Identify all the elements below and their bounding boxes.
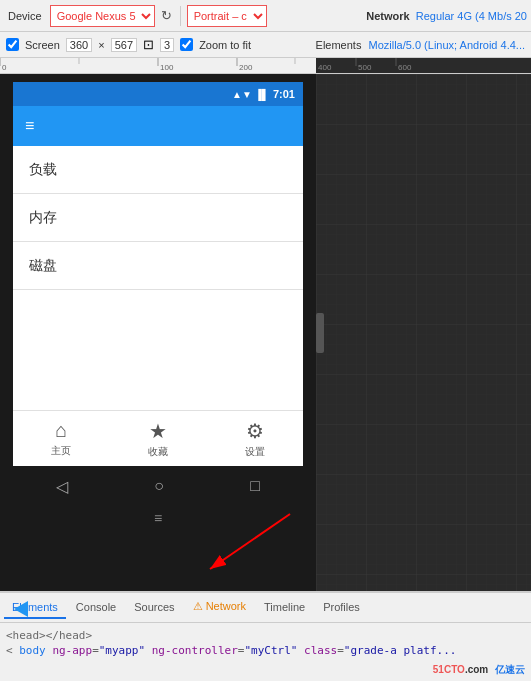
logo-text: 51CTO (433, 664, 465, 675)
svg-text:100: 100 (160, 63, 174, 72)
ng-app-attr: ng-app="myapp" (52, 644, 145, 657)
screen-height: 567 (111, 38, 137, 52)
tab-console[interactable]: Console (68, 597, 124, 619)
settings-label: 设置 (245, 445, 265, 459)
screen-num: 3 (160, 38, 174, 52)
app-toolbar: ≡ (13, 106, 303, 146)
nav-item-favorites[interactable]: ★ 收藏 (110, 419, 207, 459)
indicator-arrow-svg (14, 599, 34, 619)
ua-value: Mozilla/5.0 (Linux; Android 4.4... (368, 39, 525, 51)
head-tag: <head></head> (6, 629, 92, 642)
svg-text:0: 0 (2, 63, 7, 72)
body-tag-name: body (19, 644, 46, 657)
indicator-box (14, 599, 34, 619)
main-area: ▲▼ ▐▌ 7:01 ≡ 负载 内存 磁盘 (0, 74, 531, 591)
home-icon: ⌂ (55, 419, 67, 442)
svg-text:500: 500 (358, 63, 372, 72)
ua-row: Elements Mozilla/5.0 (Linux; Android 4.4… (316, 39, 525, 51)
nav-item-home[interactable]: ⌂ 主页 (13, 419, 110, 458)
list-item-2-label: 磁盘 (29, 257, 57, 275)
screen-checkbox[interactable] (6, 38, 19, 51)
home-button[interactable]: ○ (154, 477, 164, 495)
zoom-label: Zoom to fit (199, 39, 251, 51)
status-time: 7:01 (273, 88, 295, 100)
second-toolbar: Screen 360 × 567 ⊡ 3 Zoom to fit Element… (0, 32, 531, 58)
devtools-line-2: < body ng-app="myapp" ng-controller="myC… (6, 644, 525, 657)
hamburger-icon[interactable]: ≡ (154, 510, 162, 526)
screen-width: 360 (66, 38, 92, 52)
svg-text:200: 200 (239, 63, 253, 72)
svg-marker-17 (14, 601, 28, 617)
top-toolbar: Device Google Nexus 5 ↻ Portrait – c Net… (0, 0, 531, 32)
devtools-content: <head></head> < body ng-app="myapp" ng-c… (0, 623, 531, 663)
network-label: Network (366, 10, 409, 22)
devtools-tabs: Elements Console Sources ⚠ Network Timel… (0, 593, 531, 623)
app-content: 负载 内存 磁盘 (13, 146, 303, 410)
warning-icon: ⚠ (193, 600, 203, 612)
screen-label: Screen (25, 39, 60, 51)
device-select[interactable]: Google Nexus 5 (50, 5, 155, 27)
devtools-line-1: <head></head> (6, 629, 525, 642)
tab-network[interactable]: ⚠ Network (185, 596, 254, 619)
tab-profiles[interactable]: Profiles (315, 597, 368, 619)
phone-container: ▲▼ ▐▌ 7:01 ≡ 负载 内存 磁盘 (0, 74, 316, 591)
tab-timeline-label: Timeline (264, 601, 305, 613)
drag-handle[interactable] (316, 313, 324, 353)
network-section: Network Regular 4G (4 Mb/s 20 (366, 10, 527, 22)
status-icons: ▲▼ ▐▌ (232, 89, 269, 100)
tab-network-label: Network (206, 600, 246, 612)
app-bottom-nav: ⌂ 主页 ★ 收藏 ⚙ 设置 (13, 410, 303, 466)
android-nav: ◁ ○ □ (13, 466, 303, 506)
rotate-icon[interactable]: ↻ (159, 8, 174, 23)
logo-watermark: 51CTO.com 亿速云 (433, 663, 525, 677)
home-label: 主页 (51, 444, 71, 458)
times-sign: × (98, 39, 104, 51)
class-attr: class="grade-a platf... (304, 644, 456, 657)
signal-icon: ▲▼ (232, 89, 252, 100)
screen-icon[interactable]: ⊡ (143, 37, 154, 52)
tab-profiles-label: Profiles (323, 601, 360, 613)
list-item-2[interactable]: 磁盘 (13, 242, 303, 290)
list-item-1[interactable]: 内存 (13, 194, 303, 242)
body-tag-open: < (6, 644, 13, 657)
sub-logo: 亿速云 (495, 664, 525, 675)
device-label: Device (4, 10, 46, 22)
portrait-select[interactable]: Portrait – c (187, 5, 267, 27)
toolbar-divider-1 (180, 6, 181, 26)
recent-button[interactable]: □ (250, 477, 260, 495)
ruler-left: 0 100 200 (0, 58, 316, 74)
back-button[interactable]: ◁ (56, 477, 68, 496)
logo-suffix: .com (465, 664, 488, 675)
wifi-icon: ▐▌ (255, 89, 269, 100)
ng-controller-attr: ng-controller="myCtrl" (152, 644, 298, 657)
nav-item-settings[interactable]: ⚙ 设置 (206, 419, 303, 459)
settings-icon: ⚙ (246, 419, 264, 443)
svg-text:400: 400 (318, 63, 332, 72)
list-item-1-label: 内存 (29, 209, 57, 227)
app-menu-icon[interactable]: ≡ (25, 117, 34, 135)
network-value: Regular 4G (4 Mb/s 20 (416, 10, 527, 22)
tab-sources-label: Sources (134, 601, 174, 613)
list-item-0-label: 负载 (29, 161, 57, 179)
svg-text:600: 600 (398, 63, 412, 72)
devtools-panel: Elements Console Sources ⚠ Network Timel… (0, 591, 531, 681)
ua-label: Elements (316, 39, 362, 51)
favorites-icon: ★ (149, 419, 167, 443)
hamburger-area: ≡ (13, 508, 303, 528)
status-bar: ▲▼ ▐▌ 7:01 (13, 82, 303, 106)
phone-screen: ▲▼ ▐▌ 7:01 ≡ 负载 内存 磁盘 (13, 82, 303, 466)
tab-sources[interactable]: Sources (126, 597, 182, 619)
tab-console-label: Console (76, 601, 116, 613)
list-item-0[interactable]: 负载 (13, 146, 303, 194)
ruler-right: 400 500 600 (316, 58, 531, 74)
ruler-area: 0 100 200 400 500 600 (0, 58, 531, 74)
svg-rect-14 (316, 74, 531, 591)
grid-area (316, 74, 531, 591)
tab-timeline[interactable]: Timeline (256, 597, 313, 619)
zoom-checkbox[interactable] (180, 38, 193, 51)
favorites-label: 收藏 (148, 445, 168, 459)
grid-background (316, 74, 531, 591)
